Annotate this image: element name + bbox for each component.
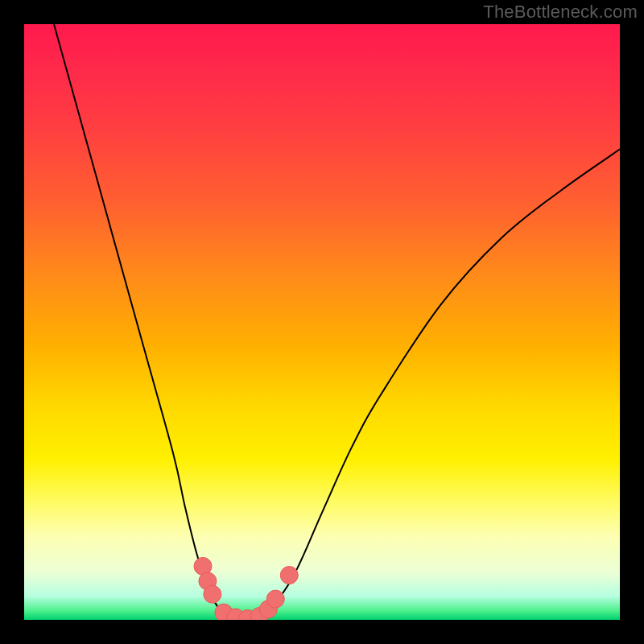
data-marker	[204, 585, 221, 603]
curve-right-branch	[262, 149, 620, 620]
curve-left-branch	[54, 24, 233, 620]
watermark-text: TheBottleneck.com	[483, 2, 638, 23]
data-marker	[280, 567, 298, 584]
data-marker	[266, 590, 284, 608]
plot-area	[24, 24, 620, 620]
markers-group	[194, 557, 298, 620]
chart-svg	[24, 24, 620, 620]
